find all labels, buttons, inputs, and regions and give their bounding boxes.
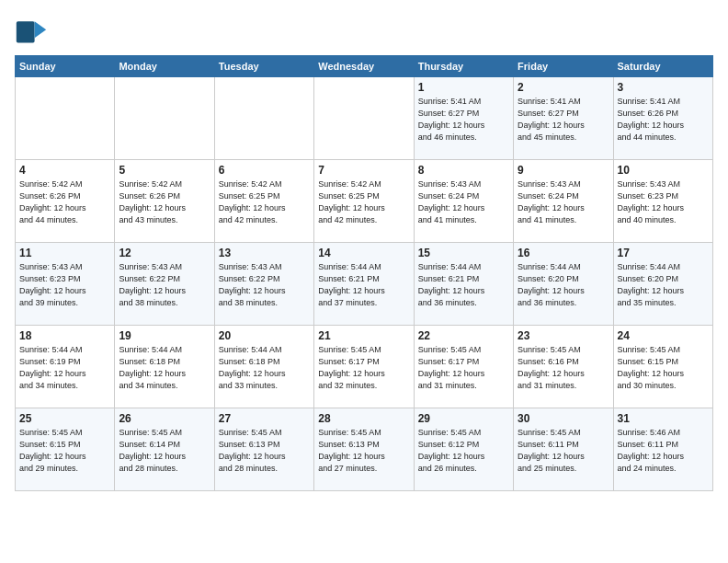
calendar-cell: 12Sunrise: 5:43 AM Sunset: 6:22 PM Dayli…: [115, 243, 214, 326]
day-number: 19: [119, 329, 210, 342]
day-number: 15: [418, 247, 509, 259]
calendar-cell: 6Sunrise: 5:42 AM Sunset: 6:25 PM Daylig…: [214, 160, 313, 243]
cell-info: Sunrise: 5:42 AM Sunset: 6:26 PM Dayligh…: [119, 178, 210, 226]
day-number: 16: [518, 247, 609, 259]
cell-info: Sunrise: 5:45 AM Sunset: 6:17 PM Dayligh…: [418, 344, 509, 392]
calendar-cell: 31Sunrise: 5:46 AM Sunset: 6:11 PM Dayli…: [613, 408, 712, 491]
day-number: 26: [119, 412, 210, 425]
calendar-cell: 25Sunrise: 5:45 AM Sunset: 6:15 PM Dayli…: [16, 408, 115, 491]
cell-info: Sunrise: 5:43 AM Sunset: 6:22 PM Dayligh…: [219, 261, 310, 309]
day-number: 29: [418, 412, 509, 425]
cell-info: Sunrise: 5:44 AM Sunset: 6:18 PM Dayligh…: [119, 344, 210, 392]
day-number: 23: [518, 329, 609, 342]
day-number: 11: [19, 247, 110, 259]
calendar-cell: 8Sunrise: 5:43 AM Sunset: 6:24 PM Daylig…: [414, 160, 513, 243]
calendar-cell: 13Sunrise: 5:43 AM Sunset: 6:22 PM Dayli…: [214, 243, 313, 326]
calendar-cell: [16, 77, 115, 160]
day-number: 2: [518, 81, 609, 94]
calendar-cell: 18Sunrise: 5:44 AM Sunset: 6:19 PM Dayli…: [16, 326, 115, 408]
week-row-4: 25Sunrise: 5:45 AM Sunset: 6:15 PM Dayli…: [16, 408, 713, 491]
cell-info: Sunrise: 5:45 AM Sunset: 6:13 PM Dayligh…: [219, 427, 310, 475]
day-number: 9: [518, 164, 609, 177]
calendar-cell: 17Sunrise: 5:44 AM Sunset: 6:20 PM Dayli…: [613, 243, 712, 326]
calendar-header: SundayMondayTuesdayWednesdayThursdayFrid…: [16, 56, 713, 77]
week-row-0: 1Sunrise: 5:41 AM Sunset: 6:27 PM Daylig…: [16, 77, 713, 160]
calendar-cell: 4Sunrise: 5:42 AM Sunset: 6:26 PM Daylig…: [16, 160, 115, 243]
logo-icon: [15, 15, 48, 48]
calendar-cell: 23Sunrise: 5:45 AM Sunset: 6:16 PM Dayli…: [514, 326, 613, 408]
cell-info: Sunrise: 5:44 AM Sunset: 6:21 PM Dayligh…: [318, 261, 409, 309]
calendar-cell: 10Sunrise: 5:43 AM Sunset: 6:23 PM Dayli…: [613, 160, 712, 243]
calendar-cell: 14Sunrise: 5:44 AM Sunset: 6:21 PM Dayli…: [314, 243, 414, 326]
day-number: 7: [318, 164, 409, 177]
cell-info: Sunrise: 5:44 AM Sunset: 6:21 PM Dayligh…: [418, 261, 509, 309]
cell-info: Sunrise: 5:41 AM Sunset: 6:27 PM Dayligh…: [518, 96, 609, 144]
calendar-cell: 22Sunrise: 5:45 AM Sunset: 6:17 PM Dayli…: [414, 326, 513, 408]
day-number: 25: [19, 412, 110, 425]
day-number: 3: [618, 81, 709, 94]
cell-info: Sunrise: 5:43 AM Sunset: 6:22 PM Dayligh…: [119, 261, 210, 309]
header-day-wednesday: Wednesday: [314, 56, 414, 77]
cell-info: Sunrise: 5:44 AM Sunset: 6:19 PM Dayligh…: [19, 344, 110, 392]
day-number: 10: [618, 164, 709, 177]
day-number: 6: [219, 164, 310, 177]
calendar-cell: 29Sunrise: 5:45 AM Sunset: 6:12 PM Dayli…: [414, 408, 513, 491]
day-number: 28: [318, 412, 409, 425]
header-day-tuesday: Tuesday: [214, 56, 313, 77]
header-day-thursday: Thursday: [414, 56, 513, 77]
week-row-1: 4Sunrise: 5:42 AM Sunset: 6:26 PM Daylig…: [16, 160, 713, 243]
calendar-cell: 7Sunrise: 5:42 AM Sunset: 6:25 PM Daylig…: [314, 160, 414, 243]
cell-info: Sunrise: 5:45 AM Sunset: 6:14 PM Dayligh…: [119, 427, 210, 475]
day-number: 1: [418, 81, 509, 94]
calendar-cell: 27Sunrise: 5:45 AM Sunset: 6:13 PM Dayli…: [214, 408, 313, 491]
day-number: 30: [518, 412, 609, 425]
day-number: 20: [219, 329, 310, 342]
calendar-cell: 15Sunrise: 5:44 AM Sunset: 6:21 PM Dayli…: [414, 243, 513, 326]
header-day-friday: Friday: [514, 56, 613, 77]
calendar-cell: [214, 77, 313, 160]
cell-info: Sunrise: 5:43 AM Sunset: 6:23 PM Dayligh…: [618, 178, 709, 226]
day-number: 22: [418, 329, 509, 342]
calendar-cell: 5Sunrise: 5:42 AM Sunset: 6:26 PM Daylig…: [115, 160, 214, 243]
header-day-saturday: Saturday: [613, 56, 712, 77]
cell-info: Sunrise: 5:45 AM Sunset: 6:17 PM Dayligh…: [318, 344, 409, 392]
cell-info: Sunrise: 5:43 AM Sunset: 6:23 PM Dayligh…: [19, 261, 110, 309]
svg-marker-1: [35, 21, 47, 38]
calendar-cell: 19Sunrise: 5:44 AM Sunset: 6:18 PM Dayli…: [115, 326, 214, 408]
logo: [15, 15, 51, 48]
calendar-cell: 26Sunrise: 5:45 AM Sunset: 6:14 PM Dayli…: [115, 408, 214, 491]
calendar-cell: 28Sunrise: 5:45 AM Sunset: 6:13 PM Dayli…: [314, 408, 414, 491]
header-day-monday: Monday: [115, 56, 214, 77]
page-header: [15, 15, 713, 48]
header-row: SundayMondayTuesdayWednesdayThursdayFrid…: [16, 56, 713, 77]
header-day-sunday: Sunday: [16, 56, 115, 77]
day-number: 13: [219, 247, 310, 259]
cell-info: Sunrise: 5:45 AM Sunset: 6:11 PM Dayligh…: [518, 427, 609, 475]
calendar-cell: 21Sunrise: 5:45 AM Sunset: 6:17 PM Dayli…: [314, 326, 414, 408]
day-number: 4: [19, 164, 110, 177]
cell-info: Sunrise: 5:44 AM Sunset: 6:20 PM Dayligh…: [518, 261, 609, 309]
calendar-cell: [314, 77, 414, 160]
cell-info: Sunrise: 5:46 AM Sunset: 6:11 PM Dayligh…: [618, 427, 709, 475]
calendar-table: SundayMondayTuesdayWednesdayThursdayFrid…: [15, 55, 713, 491]
cell-info: Sunrise: 5:43 AM Sunset: 6:24 PM Dayligh…: [518, 178, 609, 226]
cell-info: Sunrise: 5:45 AM Sunset: 6:15 PM Dayligh…: [618, 344, 709, 392]
calendar-cell: 24Sunrise: 5:45 AM Sunset: 6:15 PM Dayli…: [613, 326, 712, 408]
calendar-cell: 9Sunrise: 5:43 AM Sunset: 6:24 PM Daylig…: [514, 160, 613, 243]
cell-info: Sunrise: 5:41 AM Sunset: 6:27 PM Dayligh…: [418, 96, 509, 144]
cell-info: Sunrise: 5:45 AM Sunset: 6:15 PM Dayligh…: [19, 427, 110, 475]
day-number: 5: [119, 164, 210, 177]
cell-info: Sunrise: 5:45 AM Sunset: 6:13 PM Dayligh…: [318, 427, 409, 475]
cell-info: Sunrise: 5:42 AM Sunset: 6:25 PM Dayligh…: [219, 178, 310, 226]
calendar-cell: 1Sunrise: 5:41 AM Sunset: 6:27 PM Daylig…: [414, 77, 513, 160]
day-number: 8: [418, 164, 509, 177]
calendar-cell: 30Sunrise: 5:45 AM Sunset: 6:11 PM Dayli…: [514, 408, 613, 491]
day-number: 24: [618, 329, 709, 342]
calendar-cell: [115, 77, 214, 160]
svg-rect-0: [17, 21, 35, 42]
week-row-3: 18Sunrise: 5:44 AM Sunset: 6:19 PM Dayli…: [16, 326, 713, 408]
calendar-cell: 11Sunrise: 5:43 AM Sunset: 6:23 PM Dayli…: [16, 243, 115, 326]
cell-info: Sunrise: 5:41 AM Sunset: 6:26 PM Dayligh…: [618, 96, 709, 144]
day-number: 31: [618, 412, 709, 425]
cell-info: Sunrise: 5:44 AM Sunset: 6:20 PM Dayligh…: [618, 261, 709, 309]
